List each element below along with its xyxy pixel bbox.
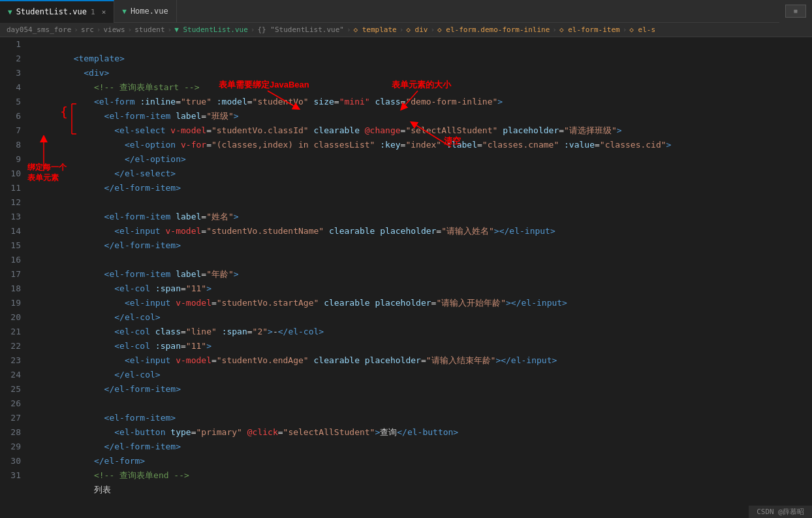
tab-number: 1 <box>91 8 95 16</box>
bc-braces: {} "StudentList.vue" <box>257 25 343 34</box>
bc-div: ◇ div <box>406 25 428 34</box>
tab-studentlist-label: StudentList.vue <box>16 7 87 16</box>
breadcrumb: day054_sms_fore › src › views › student … <box>0 23 812 37</box>
bc-el-s: ◇ el-s <box>629 25 655 34</box>
ln-24: 24 <box>0 368 21 382</box>
ln-16: 16 <box>0 253 21 267</box>
code-line-2: <div> <box>33 52 805 66</box>
ln-10: 10 <box>0 167 21 181</box>
code-line-1: <template> <box>33 37 805 52</box>
bc-views: views <box>103 25 125 34</box>
code-line-16: <el-form-item label="年龄"> <box>33 253 805 267</box>
code-line-30: <!-- 查询表单end --> <box>33 454 805 468</box>
ln-9: 9 <box>0 152 21 167</box>
bc-el-form: ◇ el-form.demo-form-inline <box>437 25 550 34</box>
footer-credit: CSDN @薛慕昭 <box>757 508 804 516</box>
vue-icon-2: ▼ <box>122 7 127 16</box>
ln-7: 7 <box>0 123 21 138</box>
editor-container: <template> <div> <!-- 查询表单start --> <el-… <box>26 37 812 515</box>
vue-icon-1: ▼ <box>8 8 12 16</box>
ln-31: 31 <box>0 468 21 483</box>
code-line-12: <el-form-item label="姓名"> <box>33 195 805 210</box>
ln-21: 21 <box>0 325 21 339</box>
close-tab-1[interactable]: × <box>102 8 106 16</box>
editor: 1 2 3 4 5 6 7 8 9 10 11 12 13 14 15 16 1… <box>0 37 812 515</box>
ln-15: 15 <box>0 238 21 253</box>
ln-4: 4 <box>0 80 21 95</box>
ln-20: 20 <box>0 310 21 325</box>
ln-27: 27 <box>0 411 21 425</box>
ln-8: 8 <box>0 138 21 152</box>
ln-6: 6 <box>0 109 21 123</box>
ln-12: 12 <box>0 195 21 210</box>
footer: CSDN @薛慕昭 <box>749 506 812 518</box>
title-bar: ▼ StudentList.vue 1 × ▼ Home.vue ⊞ <box>0 0 812 23</box>
ln-23: 23 <box>0 353 21 368</box>
code-line-26: <el-form-item> <box>33 397 805 411</box>
code-area[interactable]: <template> <div> <!-- 查询表单start --> <el-… <box>26 37 812 515</box>
line-numbers: 1 2 3 4 5 6 7 8 9 10 11 12 13 14 15 16 1… <box>0 37 26 515</box>
ln-11: 11 <box>0 181 21 195</box>
bc-template: ◇ template <box>354 25 397 34</box>
ln-14: 14 <box>0 224 21 238</box>
ln-28: 28 <box>0 425 21 440</box>
bc-student: student <box>134 25 164 34</box>
ln-5: 5 <box>0 95 21 109</box>
ln-3: 3 <box>0 66 21 80</box>
top-right-panel: ⊞ <box>779 0 812 23</box>
ln-2: 2 <box>0 52 21 66</box>
ln-13: 13 <box>0 210 21 224</box>
bc-day054: day054_sms_fore <box>7 25 71 34</box>
bc-el-form-item: ◇ el-form-item <box>559 25 620 34</box>
tab-home[interactable]: ▼ Home.vue <box>114 0 176 23</box>
ln-19: 19 <box>0 296 21 310</box>
ln-17: 17 <box>0 267 21 282</box>
bc-src: src <box>81 25 94 34</box>
panel-icon: ⊞ <box>785 5 806 18</box>
bc-studentlist-vue: ▼ StudentList.vue <box>174 25 248 34</box>
ln-29: 29 <box>0 440 21 454</box>
ln-1: 1 <box>0 37 21 52</box>
tab-studentlist[interactable]: ▼ StudentList.vue 1 × <box>0 0 114 23</box>
code-line-3: <!-- 查询表单start --> <box>33 66 805 80</box>
tab-home-label: Home.vue <box>131 7 168 16</box>
ln-25: 25 <box>0 382 21 397</box>
ln-22: 22 <box>0 339 21 353</box>
ln-18: 18 <box>0 282 21 296</box>
ln-26: 26 <box>0 397 21 411</box>
ln-30: 30 <box>0 454 21 468</box>
